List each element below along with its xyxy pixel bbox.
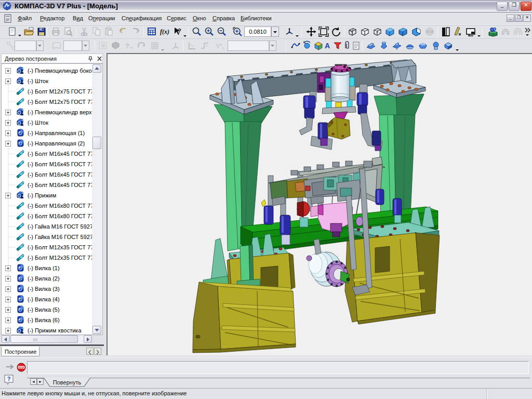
svg-text:f(x): f(x) — [160, 28, 169, 35]
svg-text:?: ? — [7, 376, 11, 382]
svg-text:V°: V° — [216, 43, 222, 49]
svg-text:?..: ?.. — [125, 42, 133, 50]
svg-text:A: A — [325, 42, 330, 50]
svg-text:STOP: STOP — [18, 366, 24, 369]
svg-text:Повернуть: Повернуть — [53, 379, 82, 385]
svg-text:?: ? — [178, 28, 181, 34]
